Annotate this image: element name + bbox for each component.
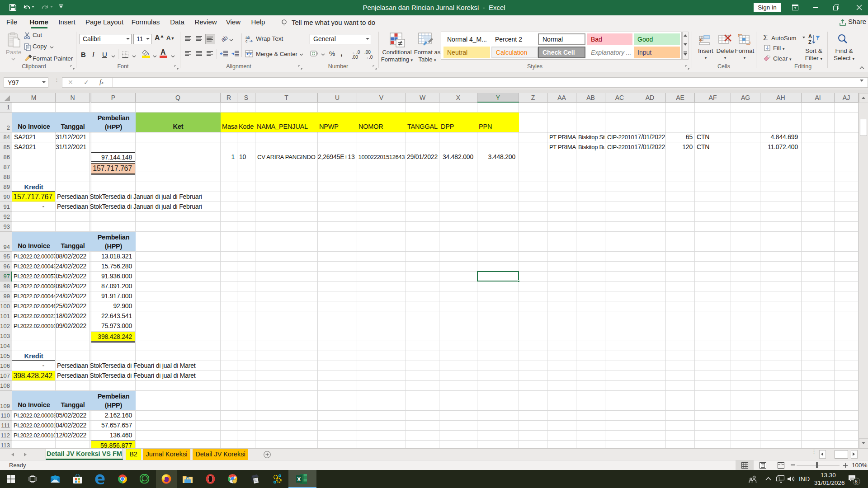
svg-text:Z: Z bbox=[808, 39, 811, 45]
svg-text:c: c bbox=[245, 39, 248, 43]
svg-text:6: 6 bbox=[855, 479, 858, 484]
svg-text:A: A bbox=[808, 33, 812, 39]
svg-text:X: X bbox=[297, 476, 301, 483]
